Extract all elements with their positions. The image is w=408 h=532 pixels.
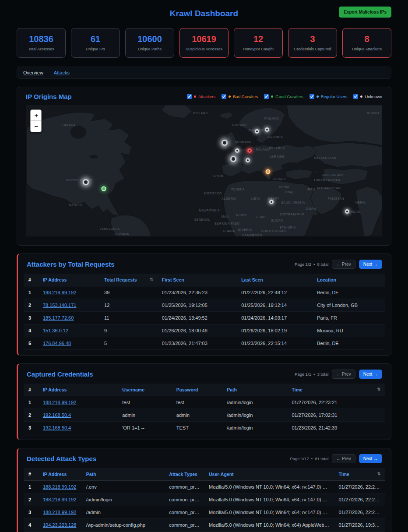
credentials-prev-button[interactable]: ← Prev xyxy=(332,370,355,379)
map-marker-attacker[interactable] xyxy=(247,148,252,153)
zoom-in-button[interactable]: + xyxy=(31,110,42,121)
page-number: Page 1/1 xyxy=(295,372,311,377)
sort-icon[interactable]: ⇅ xyxy=(377,387,380,391)
location-cell: Москва, RU xyxy=(313,324,385,337)
map-marker-unknown[interactable] xyxy=(235,148,239,153)
legend-label: Regular Users xyxy=(321,94,348,99)
map-country-label: TUNISIA xyxy=(231,188,245,191)
map-country-label: GUYANA xyxy=(115,233,129,236)
legend-checkbox-regular-users[interactable] xyxy=(310,94,314,99)
page-title: Krawl Dashboard xyxy=(170,9,238,18)
map-country-label: MAURITANIA xyxy=(199,209,220,212)
col-last-seen: Last Seen xyxy=(237,274,313,286)
map-marker-unknown[interactable] xyxy=(265,127,269,132)
map-marker-good-crawler[interactable] xyxy=(102,186,106,191)
col-num: # xyxy=(24,384,39,396)
detected-attack-types-card: Detected Attack Types Page 1/17 • 81 tot… xyxy=(17,448,391,532)
time-cell: 01/23/2026, 21:42:39 xyxy=(287,422,385,434)
map-country-label: ESTONIA xyxy=(268,135,283,138)
legend-checkbox-unknown[interactable] xyxy=(353,94,358,99)
tab-overview[interactable]: Overview xyxy=(23,70,43,75)
ip-link[interactable]: 78.153.140.171 xyxy=(43,303,76,308)
ip-link[interactable]: 188.218.99.192 xyxy=(43,400,76,405)
map-marker-unknown[interactable] xyxy=(255,129,259,134)
attackers-prev-button[interactable]: ← Prev xyxy=(332,260,355,269)
table-row: 1 188.218.99.192 39 01/23/2026, 22:35:23… xyxy=(24,286,385,299)
map-country-label: AFGHANISTAN xyxy=(317,187,341,190)
ip-link[interactable]: 188.218.99.192 xyxy=(43,290,76,295)
stat-card-honeypot-caught: 12 Honeypot Caught xyxy=(234,28,283,58)
stat-card-unique-paths: 10600 Unique Paths xyxy=(125,28,174,58)
top-bar: Krawl Dashboard Export Malicious IPs xyxy=(17,4,391,23)
stat-value: 10619 xyxy=(182,34,226,44)
ip-link[interactable]: 151.36.0.12 xyxy=(43,328,68,333)
legend-checkbox-attackers[interactable] xyxy=(187,94,192,99)
map-country-label: INDIA xyxy=(351,210,360,213)
path-cell: /admin xyxy=(82,506,165,519)
stat-value: 8 xyxy=(345,34,389,44)
time-cell: 01/27/2026, 22:22:54 xyxy=(334,506,385,519)
map-marker-unknown[interactable] xyxy=(246,158,250,162)
password-cell: admin xyxy=(172,409,222,422)
attacks-table: # IP Address Path Attack Types User-Agen… xyxy=(24,468,385,532)
ip-link[interactable]: 192.168.50.4 xyxy=(43,425,71,430)
map-country-label: LIBYA xyxy=(251,197,260,200)
password-cell: TEST xyxy=(172,422,222,434)
col-time[interactable]: Time⇅ xyxy=(334,468,385,481)
attackers-pagination: Page 1/2 • 8 total ← Prev Next → xyxy=(295,260,382,269)
tab-attacks[interactable]: Attacks xyxy=(54,70,70,75)
map-title: IP Origins Map xyxy=(26,93,72,100)
zoom-out-button[interactable]: − xyxy=(31,121,42,132)
attackers-table-wrap: # IP Address Total Requests⇅ First Seen … xyxy=(18,274,391,355)
legend-checkbox-good-crawlers[interactable] xyxy=(264,94,269,99)
location-cell: Berlin, DE xyxy=(313,337,385,350)
col-total-requests[interactable]: Total Requests⇅ xyxy=(100,274,158,286)
ip-link[interactable]: 192.168.50.4 xyxy=(43,412,71,418)
col-time[interactable]: Time⇅ xyxy=(287,384,385,396)
path-cell: /admin/login xyxy=(222,396,287,409)
map-country-label: CAMEROON xyxy=(242,234,262,237)
ip-link[interactable]: 104.23.223.128 xyxy=(43,522,76,528)
export-malicious-ips-button[interactable]: Export Malicious IPs xyxy=(339,7,391,18)
ip-link[interactable]: 188.218.99.192 xyxy=(43,484,76,490)
unknown-dot-icon xyxy=(360,95,362,98)
map-country-label: MALI xyxy=(222,215,229,218)
legend-item-attackers: Attackers xyxy=(187,94,216,99)
time-cell: 01/27/2026, 22:23:21 xyxy=(287,396,385,409)
sort-icon[interactable]: ⇅ xyxy=(150,277,153,282)
map-country-label: ALGERIA xyxy=(222,197,236,200)
map-marker-unknown[interactable] xyxy=(230,156,236,162)
username-cell: admin xyxy=(118,409,172,422)
credentials-next-button[interactable]: Next → xyxy=(359,370,382,379)
sort-icon[interactable]: ⇅ xyxy=(377,472,380,476)
attackers-next-button[interactable]: Next → xyxy=(359,260,382,269)
stat-label: Credentials Captured xyxy=(290,47,335,51)
world-map[interactable]: CANADAUNITED STATESMEXICOICELANDNORWAYSW… xyxy=(26,105,382,236)
separator: • xyxy=(313,372,315,377)
map-marker-unknown[interactable] xyxy=(83,179,89,185)
first-seen-cell: 01/25/2026, 19:12:05 xyxy=(158,299,237,312)
table-row: 2 78.153.140.171 12 01/25/2026, 19:12:05… xyxy=(24,299,385,312)
map-zoom-control: + − xyxy=(30,109,42,132)
ip-link[interactable]: 176.84.96.48 xyxy=(43,341,71,346)
map-marker-bad-crawler[interactable] xyxy=(265,169,270,174)
ip-link[interactable]: 188.218.99.192 xyxy=(43,510,76,515)
page-info: Page 1/2 • 8 total xyxy=(295,262,328,267)
map-marker-unknown[interactable] xyxy=(222,140,228,146)
row-num: 3 xyxy=(24,312,39,324)
attacks-prev-button[interactable]: ← Prev xyxy=(332,454,355,463)
captured-credentials-card: Captured Credentials Page 1/1 • 3 total … xyxy=(17,363,391,440)
separator: • xyxy=(313,262,315,267)
map-marker-unknown[interactable] xyxy=(269,200,274,204)
table-row: 2 192.168.50.4 admin admin /admin/login … xyxy=(24,409,385,422)
username-cell: 'OR 1=1 -- xyxy=(118,422,172,434)
attacks-next-button[interactable]: Next → xyxy=(359,454,382,463)
ip-link[interactable]: 188.218.99.192 xyxy=(43,497,76,502)
location-cell: City of London, GB xyxy=(313,299,385,312)
map-marker-unknown[interactable] xyxy=(345,209,349,214)
map-country-label: IRAN xyxy=(307,188,315,191)
ip-link[interactable]: 185.177.72.60 xyxy=(43,315,74,321)
legend-checkbox-bad-crawlers[interactable] xyxy=(222,94,226,99)
stat-card-unique-attackers: 8 Unique Attackers xyxy=(342,28,391,58)
location-cell: Berlin, DE xyxy=(313,286,385,299)
